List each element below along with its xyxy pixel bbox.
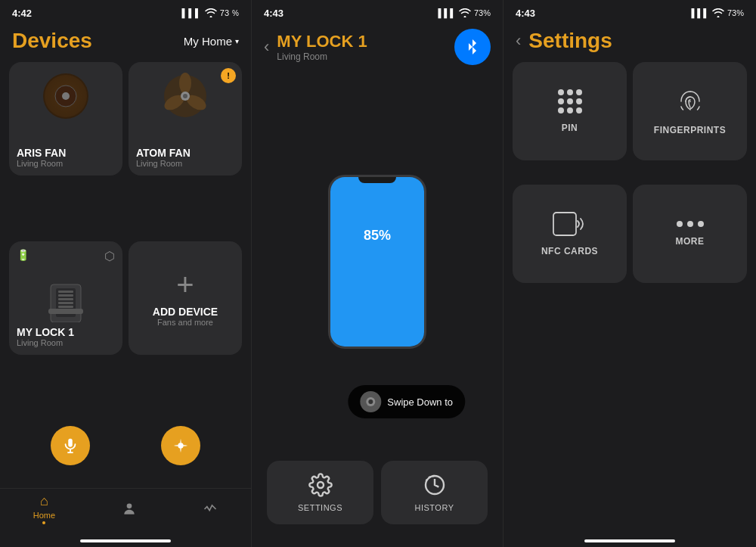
- svg-rect-14: [58, 302, 73, 304]
- left-panel: 4:42 ▌▌▌ 73 % Devices My Home ▾: [0, 0, 252, 547]
- svg-rect-11: [58, 291, 73, 293]
- phone-notch: [358, 177, 396, 183]
- settings-btn-label: SETTINGS: [298, 503, 342, 512]
- tab-home[interactable]: ⌂ Home: [33, 493, 55, 524]
- add-plus-icon: +: [176, 269, 194, 300]
- svg-rect-26: [553, 213, 576, 235]
- svg-point-2: [62, 92, 70, 100]
- lock-name: MY LOCK 1: [17, 326, 115, 338]
- home-indicator-left: [80, 539, 171, 542]
- nfc-icon-container: [552, 211, 588, 237]
- device-card-atom-fan[interactable]: ! ATOM FAN Living Room: [129, 62, 242, 176]
- svg-rect-13: [58, 298, 73, 300]
- svg-rect-16: [48, 309, 83, 314]
- microphone-icon: [62, 437, 79, 454]
- nfc-label: NFC CARDS: [541, 246, 598, 256]
- battery-right: 73%: [727, 8, 744, 17]
- phone-screen: 85%: [330, 177, 424, 347]
- svg-point-24: [318, 482, 324, 488]
- swipe-toggle-icon: [360, 391, 381, 412]
- svg-point-4: [179, 73, 191, 94]
- tab-home-dot: [42, 521, 45, 524]
- settings-card-pin[interactable]: PIN: [513, 62, 627, 160]
- battery-mid: 73%: [474, 8, 491, 17]
- tab-activity[interactable]: [203, 502, 218, 517]
- back-button-right[interactable]: ‹: [516, 31, 521, 51]
- add-device-label: ADD DEVICE: [153, 306, 218, 318]
- battery-icon-left: %: [232, 9, 239, 17]
- tab-profile[interactable]: [122, 502, 137, 517]
- aris-fan-name: ARIS FAN: [17, 147, 115, 159]
- home-indicator-right: [584, 539, 675, 542]
- back-button-mid[interactable]: ‹: [264, 37, 269, 57]
- lock-device-icon: [47, 269, 85, 322]
- device-card-aris-fan[interactable]: ARIS FAN Living Room: [9, 62, 122, 176]
- lock-illustration: [17, 266, 115, 326]
- aris-fan-room: Living Room: [17, 159, 115, 168]
- remote-fab[interactable]: [161, 426, 200, 465]
- settings-grid: PIN FINGERPRINTS: [503, 62, 756, 301]
- svg-point-23: [368, 399, 373, 404]
- wifi-icon: [205, 8, 217, 17]
- swipe-pill[interactable]: Swipe Down to: [348, 385, 465, 418]
- more-dots-icon: [677, 221, 704, 227]
- remote-icon: [172, 437, 189, 454]
- add-device-card[interactable]: + ADD DEVICE Fans and more: [129, 241, 242, 355]
- settings-card-more[interactable]: MORE: [633, 185, 747, 283]
- status-bar-mid: 4:43 ▌▌▌ 73%: [252, 0, 503, 23]
- settings-action-btn[interactable]: SETTINGS: [267, 461, 373, 524]
- fan-off-icon: [39, 70, 92, 123]
- atom-fan-name: ATOM FAN: [136, 147, 234, 159]
- lock-preview-area: 85% Swipe Down to: [252, 74, 503, 449]
- bluetooth-fab[interactable]: [454, 29, 491, 65]
- settings-icon: [308, 473, 333, 497]
- add-device-sub: Fans and more: [157, 318, 213, 327]
- atom-fan-icon: [159, 70, 212, 123]
- nfc-card-icon: [552, 211, 588, 237]
- device-card-lock[interactable]: 🔋 ⬡ MY LOCK 1: [9, 241, 122, 355]
- signal-icon-right: ▌▌▌: [692, 8, 709, 17]
- signal-icon: ▌▌▌: [181, 8, 201, 17]
- phone-mockup: 85%: [328, 175, 426, 349]
- fan-icon-atom: [159, 70, 212, 123]
- bluetooth-icon: [464, 39, 481, 55]
- pin-dots-icon: [558, 89, 582, 113]
- status-bar-right: 4:43 ▌▌▌ 73%: [503, 0, 756, 23]
- settings-card-nfc[interactable]: NFC CARDS: [513, 185, 627, 283]
- settings-title: Settings: [528, 29, 612, 53]
- home-selector[interactable]: My Home ▾: [184, 35, 239, 48]
- history-btn-label: HISTORY: [415, 503, 454, 512]
- lock-title: MY LOCK 1: [277, 32, 367, 51]
- status-icons-left: ▌▌▌ 73 %: [181, 8, 239, 17]
- status-icons-mid: ▌▌▌ 73%: [438, 8, 491, 17]
- swipe-text: Swipe Down to: [387, 396, 453, 408]
- mid-action-buttons: SETTINGS HISTORY: [252, 449, 503, 547]
- time-mid: 4:43: [264, 8, 284, 19]
- mic-fab[interactable]: [51, 426, 90, 465]
- fingerprints-label: FINGERPRINTS: [654, 125, 726, 135]
- fan-icon-aris: [39, 70, 92, 123]
- settings-card-fingerprint[interactable]: FINGERPRINTS: [633, 62, 747, 160]
- devices-grid: ARIS FAN Living Room !: [0, 62, 251, 414]
- svg-rect-17: [68, 439, 73, 447]
- more-label: MORE: [676, 236, 705, 247]
- history-icon: [423, 473, 447, 497]
- fingerprint-icon: [676, 87, 705, 116]
- activity-icon: [203, 502, 218, 517]
- mid-header: ‹ MY LOCK 1 Living Room: [252, 23, 503, 74]
- lock-status-row: 🔋 ⬡: [17, 249, 115, 263]
- history-action-btn[interactable]: HISTORY: [381, 461, 488, 524]
- status-icons-right: ▌▌▌ 73%: [692, 8, 744, 17]
- home-icon: ⌂: [40, 493, 48, 509]
- right-header: ‹ Settings: [503, 23, 756, 62]
- bluetooth-small-icon: ⬡: [104, 249, 115, 263]
- lock-room: Living Room: [17, 338, 115, 347]
- time-left: 4:42: [12, 8, 32, 19]
- signal-icon-mid: ▌▌▌: [438, 8, 456, 17]
- right-panel: 4:43 ▌▌▌ 73% ‹ Settings PIN: [503, 0, 756, 547]
- svg-rect-12: [58, 294, 73, 297]
- tab-home-label: Home: [33, 511, 55, 520]
- svg-point-21: [126, 503, 132, 508]
- lock-subtitle: Living Room: [277, 51, 367, 62]
- wifi-icon-mid: [459, 8, 471, 17]
